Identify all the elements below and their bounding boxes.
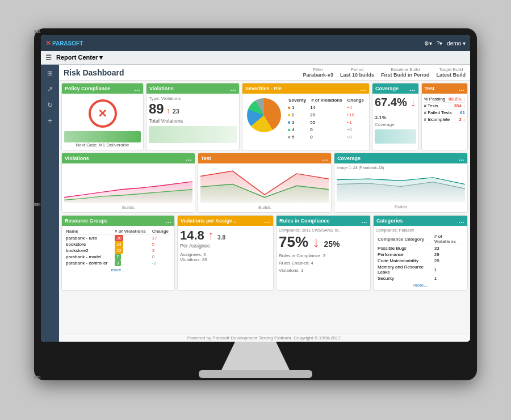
- card-test-chart-header: Test …: [198, 153, 331, 163]
- svg-marker-5: [337, 178, 465, 202]
- filter-val: Parabank-v3: [303, 72, 333, 78]
- card-severities: Severities - Pie … Severity: [242, 83, 370, 150]
- card-cov-chart-title: Coverage: [337, 156, 361, 161]
- settings-icon[interactable]: ⚙▾: [424, 40, 432, 47]
- policy-circle: ✕: [89, 99, 117, 128]
- cov-chart-subheader: Image 1: All (Parabank-All): [337, 166, 465, 170]
- test-label-incomplete: # Incomplete: [424, 117, 450, 122]
- rules-arrow: ↓: [312, 233, 320, 250]
- cat-col1: Compliance Category: [376, 233, 433, 245]
- card-test-sm-title: Test: [425, 86, 435, 91]
- resource-row-3: bookstore2 22 3: [64, 247, 172, 254]
- resource-count-4: 7: [115, 254, 120, 260]
- resource-name-3: bookstore2: [64, 247, 113, 254]
- cat-count-5: 1: [433, 275, 465, 282]
- card-cov-chart-more[interactable]: …: [458, 155, 464, 162]
- menu-icon[interactable]: ☰: [45, 54, 52, 62]
- logo-x: ✕: [45, 39, 51, 47]
- violations-big: 89: [149, 101, 164, 117]
- cat-row-1: Possible Bugs 33: [376, 245, 465, 252]
- violations-number: 89 ↑ 23: [149, 101, 237, 117]
- help-icon[interactable]: ?▾: [437, 40, 443, 47]
- cat-row-3: Code Maintainability 25: [376, 258, 465, 264]
- cat-name-3: Code Maintainability: [376, 258, 433, 264]
- rules-enabled: Rules Enabled: 4: [279, 261, 368, 266]
- logo-text: PARASOFT: [52, 40, 83, 47]
- card-policy-more[interactable]: …: [134, 85, 140, 92]
- filter-label: Filter: [313, 67, 323, 72]
- card-viol-chart-more[interactable]: …: [186, 155, 192, 162]
- assign-assignees: Assignees: 6: [180, 252, 271, 257]
- coverage-change: 3.1%: [375, 115, 387, 120]
- test-chart-container: 381 293 205: [200, 166, 329, 210]
- card-viol-assign: Violations per Assign... … 14.8 ↑ 3.8 Pe…: [177, 215, 274, 291]
- card-rules-title: Rules in Compliance: [279, 218, 330, 224]
- card-viol-chart: Violations … 84 70 56: [61, 153, 195, 213]
- resource-row-2: bookstore 24 5: [64, 241, 172, 247]
- card-resource: Resource Groups … Name # of Violations: [61, 215, 175, 291]
- violations-change: 23: [173, 108, 179, 115]
- card-resource-more[interactable]: …: [165, 217, 171, 224]
- sidebar-icon-refresh[interactable]: ↻: [45, 101, 55, 111]
- sidebar-icon-home[interactable]: ⊞: [45, 69, 55, 79]
- dashboard: Risk Dashboard Filter Parabank-v3 Period…: [59, 65, 470, 342]
- card-categories-more[interactable]: …: [458, 217, 464, 224]
- card-policy: Policy Compliance … ✕ Next Gate: M1 Deli…: [61, 83, 144, 150]
- user-menu[interactable]: demo ▾: [447, 40, 466, 47]
- sev-row-5: ■ 5 0+0: [287, 134, 366, 140]
- sidebar-icon-add[interactable]: +: [45, 117, 55, 127]
- card-rules-more[interactable]: …: [361, 217, 367, 224]
- card-viol-chart-header: Violations …: [62, 153, 195, 163]
- target-meta: Target Build Latest Build: [436, 67, 466, 78]
- violations-arrow: ↑: [166, 106, 170, 115]
- card-cov-chart-header: Coverage …: [334, 153, 467, 163]
- top-nav: ✕ PARASOFT ⚙▾ ?▾ demo ▾: [41, 35, 470, 51]
- assign-label: Per Assignee: [180, 243, 271, 249]
- card-rules-header: Rules in Compliance …: [277, 216, 370, 226]
- violations-mini-chart: [149, 126, 237, 143]
- card-categories-header: Categories …: [374, 216, 467, 226]
- test-label-failed: # Failed Tests: [424, 110, 452, 115]
- monitor-base: [199, 370, 312, 378]
- resource-count-1: 30: [115, 235, 123, 241]
- resource-row-4: parabank - model 7 0: [64, 254, 172, 260]
- test-val-tests: 354 ↓: [454, 103, 465, 108]
- card-categories: Categories … Compliance: Parasoft Compli…: [373, 215, 468, 291]
- assign-number: 14.8: [180, 228, 204, 242]
- card-violations-more[interactable]: …: [230, 85, 236, 92]
- cat-col2: # of Violations: [433, 233, 465, 245]
- test-row-failed: # Failed Tests 61: [424, 110, 466, 116]
- resource-change-3: 3: [150, 247, 172, 254]
- resource-more-link[interactable]: more...: [64, 267, 172, 272]
- categories-more-link[interactable]: more...: [376, 283, 465, 288]
- row-1: Policy Compliance … ✕ Next Gate: M1 Deli…: [61, 83, 468, 150]
- violations-subheader: Type: Violations: [149, 96, 237, 101]
- cat-name-4: Memory and Resource Leaks: [376, 264, 433, 275]
- card-coverage-sm-more[interactable]: …: [409, 85, 416, 92]
- resource-count-3: 22: [115, 247, 123, 254]
- resource-name-5: parabank - controller: [64, 260, 113, 266]
- card-rules-body: Compliance: 2011 CWS/SANS To... 75% ↓ 25…: [277, 226, 370, 275]
- card-severities-more[interactable]: …: [360, 85, 366, 92]
- sidebar-icon-share[interactable]: ↗: [45, 85, 55, 95]
- cat-name-1: Possible Bugs: [376, 245, 433, 252]
- baseline-meta: Baseline Build First Build in Period: [381, 67, 430, 78]
- cov-chart-xlabel: Builds: [337, 204, 465, 209]
- period-meta: Period Last 10 builds: [340, 67, 374, 78]
- card-test-chart-more[interactable]: …: [322, 155, 328, 162]
- resource-name-1: parabank - u/lis: [64, 235, 113, 242]
- sev-row-2: ■ 2 20+18: [287, 112, 366, 118]
- resource-col1: Name: [64, 228, 113, 235]
- cat-name-2: Performance: [376, 251, 433, 258]
- resource-header-row: Name # of Violations Change: [64, 228, 172, 235]
- rules-violations: Violations: 1: [279, 268, 368, 273]
- test-chart-svg: [200, 166, 329, 203]
- sev-row-1: ■ 1 14+4: [287, 104, 366, 111]
- coverage-arrow: ↓: [410, 96, 416, 108]
- card-viol-assign-more[interactable]: …: [264, 217, 270, 224]
- page-title[interactable]: Report Center ▾: [56, 54, 103, 61]
- card-test-sm-more[interactable]: …: [458, 85, 464, 92]
- card-viol-assign-title: Violations per Assign...: [181, 218, 237, 224]
- row-2: Violations … 84 70 56: [61, 153, 468, 213]
- sev-dot-2: ■: [288, 112, 291, 117]
